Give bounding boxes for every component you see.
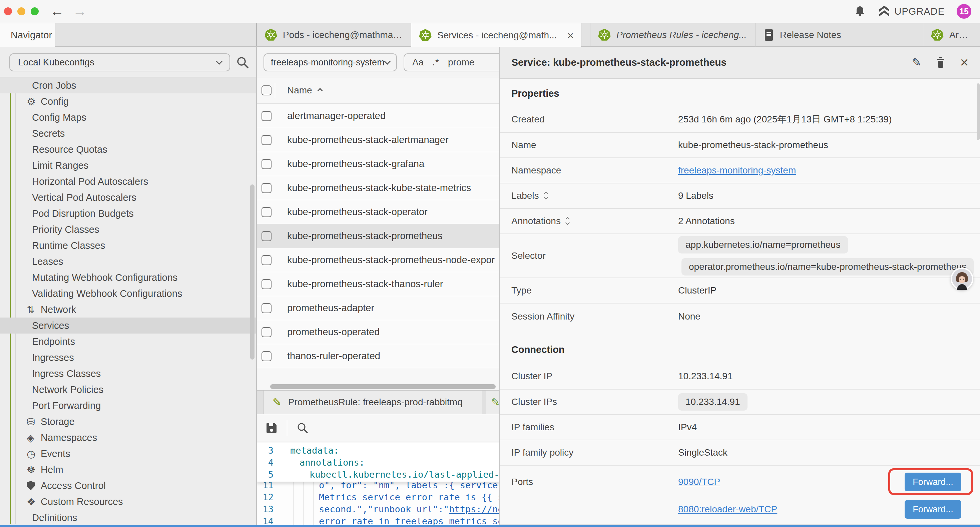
navigator-panel-tab[interactable]: Navigator <box>0 23 56 47</box>
editor-tab[interactable]: ✎ PrometheusRule: freeleaps-prod-rabbitm… <box>264 390 482 414</box>
sidebar-tree-item[interactable]: Network Policies <box>0 382 256 398</box>
sidebar-tree-item[interactable]: Definitions <box>0 509 256 525</box>
row-checkbox[interactable] <box>261 207 272 217</box>
table-row[interactable]: kube-prometheus-stack-kube-state-metrics <box>257 176 500 200</box>
row-checkbox[interactable] <box>261 327 272 337</box>
sidebar-tree-item[interactable]: Priority Classes <box>0 221 256 237</box>
sidebar-tree-item[interactable]: Namespaces <box>0 430 256 446</box>
row-checkbox[interactable] <box>261 351 272 361</box>
match-case-toggle[interactable]: Aa <box>412 57 424 68</box>
sticky-line[interactable]: 4 annotations: <box>257 456 500 468</box>
editor-line[interactable]: 13 second.","runbook_url":"https://net <box>257 503 500 515</box>
forward-button[interactable]: Forward... <box>905 500 961 519</box>
assistant-avatar[interactable] <box>951 268 973 290</box>
close-icon[interactable]: × <box>567 29 574 42</box>
sidebar-tree-item[interactable]: Helm <box>0 462 256 478</box>
sidebar-tree-item[interactable]: Ingress Classes <box>0 366 256 382</box>
document-tab[interactable]: Argo Se × <box>923 23 978 47</box>
detail-scrollbar-thumb[interactable] <box>977 83 980 140</box>
select-all-checkbox[interactable] <box>261 85 272 96</box>
expand-collapse-icon[interactable] <box>566 218 569 225</box>
editor-line[interactable]: 12 Metrics service error rate is {{ $va <box>257 491 500 503</box>
yaml-editor[interactable]: 11 o", for": "nm", labels :{ service": 1… <box>257 443 500 527</box>
sidebar-tree-item[interactable]: Vertical Pod Autoscalers <box>0 189 256 205</box>
sidebar-tree-item[interactable]: Cron Jobs <box>0 77 256 93</box>
horizontal-scrollbar-thumb[interactable] <box>270 384 496 389</box>
document-tab[interactable]: Release Notes × <box>756 23 923 47</box>
sidebar-tree-item[interactable]: Runtime Classes <box>0 237 256 253</box>
document-tab[interactable]: Services - icecheng@math... × <box>411 23 581 47</box>
row-checkbox[interactable] <box>261 279 272 289</box>
sidebar-tree-item[interactable]: Network <box>0 301 256 318</box>
table-row[interactable]: kube-prometheus-stack-grafana <box>257 152 500 176</box>
sidebar-tree-item[interactable]: Storage <box>0 414 256 430</box>
delete-trash-icon[interactable] <box>935 56 947 69</box>
upgrade-button[interactable]: UPGRADE <box>878 5 945 18</box>
sidebar-tree-item[interactable]: Access Control <box>0 478 256 494</box>
row-checkbox[interactable] <box>261 159 272 169</box>
sidebar-tree-item[interactable]: Config <box>0 93 256 110</box>
back-arrow-icon[interactable]: ← <box>50 4 64 18</box>
row-checkbox[interactable] <box>261 111 272 121</box>
table-row[interactable]: kube-prometheus-stack-prometheus <box>257 224 500 248</box>
namespace-select[interactable]: freeleaps-monitoring-system <box>264 53 397 72</box>
row-label: Namespace <box>511 165 678 176</box>
document-tab[interactable]: Prometheus Rules - icecheng... × <box>590 23 756 47</box>
sidebar-tree-item[interactable]: Endpoints <box>0 334 256 350</box>
expand-collapse-icon[interactable] <box>544 192 547 200</box>
sidebar-tree-item[interactable]: Horizontal Pod Autoscalers <box>0 174 256 189</box>
sidebar-tree-item[interactable]: Validating Webhook Configurations <box>0 285 256 301</box>
table-row[interactable]: kube-prometheus-stack-prometheus-node-ex… <box>257 248 500 272</box>
sidebar-tree-item[interactable]: Port Forwarding <box>0 398 256 414</box>
sidebar-tree-item[interactable]: Leases <box>0 253 256 269</box>
table-row[interactable]: thanos-ruler-operated <box>257 344 500 368</box>
sticky-line[interactable]: 3 metadata: <box>257 444 500 456</box>
sidebar-tree-item[interactable]: Config Maps <box>0 110 256 126</box>
editor-tab-partial[interactable]: ✎ <box>486 390 500 414</box>
table-row[interactable]: kube-prometheus-stack-operator <box>257 200 500 224</box>
editor-search-icon[interactable] <box>296 421 309 435</box>
regex-toggle[interactable]: .* <box>432 57 439 68</box>
sidebar-tree-item[interactable]: Services <box>0 318 256 334</box>
name-filter-input[interactable]: Aa .* prome <box>404 53 500 72</box>
table-row[interactable]: alertmanager-operated <box>257 104 500 128</box>
notification-count-badge[interactable]: 15 <box>957 4 971 19</box>
row-checkbox[interactable] <box>261 255 272 265</box>
save-icon[interactable] <box>265 421 278 435</box>
search-icon[interactable] <box>235 56 250 69</box>
notifications-bell-icon[interactable] <box>853 5 867 18</box>
table-row[interactable]: kube-prometheus-stack-thanos-ruler <box>257 272 500 296</box>
sidebar-tree-item[interactable]: Events <box>0 446 256 462</box>
row-checkbox[interactable] <box>261 183 272 193</box>
edit-pencil-icon[interactable]: ✎ <box>912 56 922 69</box>
close-window-button[interactable] <box>4 7 12 15</box>
sidebar-tree-item[interactable]: Secrets <box>0 126 256 142</box>
sidebar-tree-item[interactable]: Ingresses <box>0 350 256 366</box>
table-row[interactable]: prometheus-adapter <box>257 296 500 320</box>
minimize-window-button[interactable] <box>18 7 25 15</box>
table-row[interactable]: prometheus-operated <box>257 320 500 344</box>
forward-button[interactable]: Forward... <box>905 473 961 491</box>
sidebar-tree-item[interactable]: Custom Resources <box>0 494 256 509</box>
forward-arrow-icon[interactable]: → <box>73 4 87 18</box>
name-column-header[interactable]: Name <box>287 85 322 96</box>
close-icon[interactable]: × <box>960 55 969 70</box>
document-tab[interactable]: Pods - icecheng@mathmas... × <box>257 23 411 47</box>
row-checkbox[interactable] <box>261 135 272 145</box>
kubeconfig-select[interactable]: Local Kubeconfigs <box>10 53 230 72</box>
sidebar-tree-item[interactable]: Limit Ranges <box>0 158 256 174</box>
sticky-line[interactable]: 5 kubectl.kubernetes.io/last-applied-co <box>257 468 500 480</box>
sidebar-tree-item[interactable]: Mutating Webhook Configurations <box>0 269 256 285</box>
code-link[interactable]: https://net <box>449 504 500 514</box>
row-checkbox[interactable] <box>261 303 272 313</box>
sidebar-tree-item[interactable]: Resource Quotas <box>0 142 256 158</box>
table-row[interactable]: kube-prometheus-stack-alertmanager <box>257 128 500 152</box>
row-checkbox[interactable] <box>261 231 272 241</box>
sidebar-scrollbar-thumb[interactable] <box>250 185 255 360</box>
sidebar-tree-item[interactable]: Pod Disruption Budgets <box>0 205 256 221</box>
namespace-link[interactable]: freeleaps-monitoring-system <box>678 165 796 176</box>
row-label: Session Affinity <box>511 311 678 322</box>
port-link[interactable]: 8080:reloader-web/TCP <box>678 504 851 515</box>
port-link[interactable]: 9090/TCP <box>678 477 851 487</box>
zoom-window-button[interactable] <box>31 7 39 15</box>
